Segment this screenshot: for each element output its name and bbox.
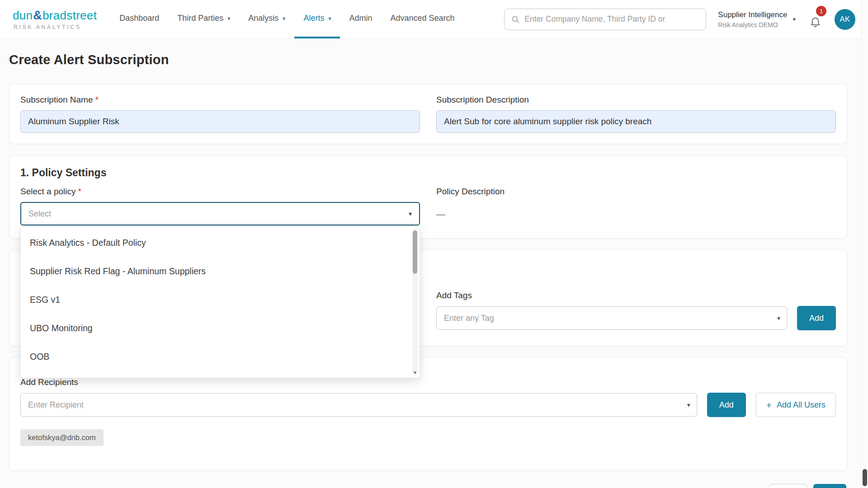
nav-admin-label: Admin bbox=[349, 14, 372, 23]
policy-option[interactable]: UBO Monitoring bbox=[21, 314, 420, 343]
chevron-down-icon: ▾ bbox=[283, 15, 285, 22]
avatar[interactable]: AK bbox=[835, 9, 855, 30]
nav-admin[interactable]: Admin bbox=[340, 0, 381, 38]
logo-tagline: RISK ANALYTICS bbox=[13, 24, 97, 30]
policy-select[interactable]: Select ▾ Risk Analytics - Default Policy… bbox=[20, 202, 420, 225]
search-input[interactable] bbox=[524, 14, 699, 24]
add-tags-group: Add Tags ▾ Add bbox=[436, 261, 836, 335]
add-recipient-button[interactable]: Add bbox=[707, 393, 746, 417]
subscription-name-input[interactable] bbox=[20, 110, 420, 133]
policy-option[interactable]: Risk Analytics - Default Policy bbox=[21, 229, 420, 257]
bell-icon bbox=[809, 15, 821, 28]
workspace-text: Supplier Intelligence Risk Analytics DEM… bbox=[718, 10, 787, 28]
notifications-button[interactable]: 1 bbox=[809, 11, 823, 28]
logo-dun: dun bbox=[13, 9, 33, 22]
required-marker: * bbox=[95, 95, 99, 104]
logo-ampersand: & bbox=[33, 9, 42, 22]
page-title: Create Alert Subscription bbox=[9, 52, 847, 67]
notification-count-badge: 1 bbox=[816, 6, 826, 16]
policy-option[interactable]: ESG v1 bbox=[21, 286, 420, 314]
policy-section-title: 1. Policy Settings bbox=[20, 167, 836, 179]
page-scrollbar-thumb[interactable] bbox=[863, 469, 867, 486]
dnb-logo[interactable]: dun&bradstreet RISK ANALYTICS bbox=[13, 0, 97, 38]
policy-select-label: Select a policy* bbox=[20, 187, 420, 197]
logo-bradstreet: bradstreet bbox=[42, 9, 97, 22]
page-scrollbar[interactable] bbox=[861, 0, 868, 488]
add-all-users-label: Add All Users bbox=[777, 400, 826, 410]
dnb-logo-wordmark: dun&bradstreet bbox=[13, 9, 97, 23]
policy-settings-card: 1. Policy Settings Select a policy* Sele… bbox=[9, 155, 847, 239]
nav-dashboard[interactable]: Dashboard bbox=[110, 0, 168, 38]
policy-description-field: Policy Description — bbox=[436, 187, 836, 225]
nav-alerts[interactable]: Alerts ▾ bbox=[294, 0, 340, 38]
footer-actions bbox=[769, 484, 846, 488]
subscription-description-label: Subscription Description bbox=[436, 95, 836, 105]
nav-analysis-label: Analysis bbox=[248, 14, 278, 23]
workspace-title: Supplier Intelligence bbox=[718, 10, 787, 19]
nav-analysis[interactable]: Analysis ▾ bbox=[239, 0, 294, 38]
subscription-name-field: Subscription Name* bbox=[20, 95, 420, 133]
policy-option[interactable]: Supplier Risk Red Flag - Aluminum Suppli… bbox=[21, 257, 420, 286]
policy-select-placeholder: Select bbox=[28, 209, 51, 219]
tag-combo: ▾ bbox=[436, 306, 787, 330]
policy-description-label: Policy Description bbox=[436, 187, 836, 197]
nav-advanced-search-label: Advanced Search bbox=[390, 14, 454, 23]
workspace-subtitle: Risk Analytics DEMO bbox=[718, 21, 787, 28]
subscription-card: Subscription Name* Subscription Descript… bbox=[9, 84, 847, 144]
required-marker: * bbox=[78, 187, 81, 196]
dropdown-scrollbar-thumb[interactable] bbox=[413, 230, 417, 274]
nav-dashboard-label: Dashboard bbox=[119, 14, 159, 23]
add-tag-button[interactable]: Add bbox=[797, 306, 836, 330]
policy-option[interactable]: OOB bbox=[21, 343, 420, 371]
recipient-chip[interactable]: ketofskya@dnb.com bbox=[20, 429, 104, 446]
add-tags-label: Add Tags bbox=[436, 291, 836, 300]
add-all-users-button[interactable]: + Add All Users bbox=[756, 393, 836, 417]
subscription-description-field: Subscription Description bbox=[436, 95, 836, 133]
nav-advanced-search[interactable]: Advanced Search bbox=[381, 0, 463, 38]
add-recipients-label: Add Recipients bbox=[20, 377, 836, 387]
search-icon bbox=[511, 15, 520, 24]
footer-secondary-button[interactable] bbox=[769, 484, 807, 488]
top-nav-bar: dun&bradstreet RISK ANALYTICS Dashboard … bbox=[0, 0, 868, 39]
global-search bbox=[504, 9, 706, 30]
tag-input[interactable] bbox=[436, 306, 787, 330]
nav-third-parties[interactable]: Third Parties ▾ bbox=[168, 0, 239, 38]
chevron-down-icon: ▾ bbox=[793, 16, 796, 23]
dropdown-scrollbar[interactable]: ▾ bbox=[412, 228, 418, 375]
subscription-description-input[interactable] bbox=[436, 110, 836, 133]
subscription-name-label: Subscription Name* bbox=[20, 95, 420, 105]
nav-third-parties-label: Third Parties bbox=[177, 14, 223, 23]
policy-description-value: — bbox=[436, 209, 836, 220]
policy-dropdown: Risk Analytics - Default Policy Supplier… bbox=[20, 225, 420, 378]
policy-select-field: Select a policy* Select ▾ Risk Analytics… bbox=[20, 187, 420, 225]
recipient-combo: ▾ bbox=[20, 393, 697, 417]
recipient-input[interactable] bbox=[20, 393, 697, 417]
plus-icon: + bbox=[766, 400, 772, 410]
scrollbar-down-icon[interactable]: ▾ bbox=[412, 369, 418, 375]
chevron-down-icon: ▾ bbox=[227, 15, 230, 22]
primary-nav: Dashboard Third Parties ▾ Analysis ▾ Ale… bbox=[110, 0, 463, 38]
main-content: Create Alert Subscription Subscription N… bbox=[0, 52, 868, 471]
footer-primary-button[interactable] bbox=[813, 484, 846, 488]
chevron-down-icon: ▾ bbox=[409, 210, 412, 217]
nav-alerts-label: Alerts bbox=[303, 14, 324, 23]
chevron-down-icon: ▾ bbox=[328, 15, 331, 22]
workspace-selector[interactable]: Supplier Intelligence Risk Analytics DEM… bbox=[718, 10, 796, 28]
